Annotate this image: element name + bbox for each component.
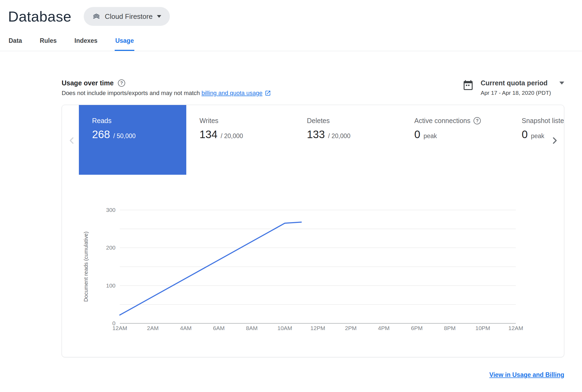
x-tick-label: 12AM: [113, 325, 127, 331]
quota-period-block: Current quota period Apr 17 - Apr 18, 20…: [463, 79, 564, 96]
metric-label: Deletes: [307, 117, 330, 125]
footer: View in Usage and Billing: [62, 371, 564, 379]
usage-chart: 010020030012AM2AM4AM6AM8AM10AM12PM2PM4PM…: [62, 175, 564, 357]
y-tick-label: 200: [106, 244, 115, 251]
metric-tab-reads[interactable]: Reads 268 / 50,000: [79, 105, 186, 175]
x-tick-label: 10AM: [277, 325, 292, 331]
metric-label: Writes: [199, 117, 218, 125]
metric-limit: peak: [531, 132, 544, 140]
external-link-icon: [265, 90, 271, 96]
quota-period-range: Apr 17 - Apr 18, 2020 (PDT): [481, 90, 564, 96]
quota-period-select[interactable]: Current quota period: [481, 79, 564, 87]
usage-line-series: [120, 222, 301, 315]
y-tick-label: 100: [106, 282, 115, 289]
metric-value: 0: [414, 128, 420, 141]
x-tick-label: 4AM: [180, 325, 192, 331]
section-subtitle: Does not include imports/exports and may…: [62, 90, 271, 97]
x-tick-label: 12PM: [310, 325, 325, 331]
page-title: Database: [8, 8, 71, 25]
y-tick-label: 300: [106, 207, 115, 213]
metric-tab-writes[interactable]: Writes 134 / 20,000: [186, 105, 294, 175]
x-tick-label: 12AM: [509, 325, 523, 331]
metric-tab-snapshot-listeners[interactable]: Snapshot listeners 0 peak: [509, 105, 564, 175]
page-header: Database Cloud Firestore: [0, 0, 582, 26]
metric-label: Active connections: [414, 117, 470, 125]
x-tick-label: 6PM: [411, 325, 423, 331]
x-tick-label: 2PM: [345, 325, 357, 331]
tab-bar: Data Rules Indexes Usage: [0, 34, 582, 51]
tab-rules[interactable]: Rules: [39, 34, 57, 51]
x-tick-label: 6AM: [213, 325, 225, 331]
firestore-usage-page: Database Cloud Firestore Data Rules Inde…: [0, 0, 582, 392]
metric-label: Reads: [92, 117, 111, 125]
calendar-icon: [463, 80, 474, 90]
firestore-icon: [92, 12, 100, 20]
tab-usage[interactable]: Usage: [115, 34, 134, 51]
product-selector[interactable]: Cloud Firestore: [84, 7, 170, 26]
metric-limit: peak: [423, 132, 437, 140]
metric-limit: / 50,000: [113, 132, 136, 140]
x-tick-label: 8AM: [246, 325, 258, 331]
x-tick-label: 2AM: [147, 325, 159, 331]
section-title: Usage over time: [62, 79, 114, 87]
x-tick-label: 8PM: [444, 325, 455, 331]
metric-tab-active-connections[interactable]: Active connections ? 0 peak: [401, 105, 509, 175]
metric-value: 134: [199, 128, 218, 141]
usage-title-block: Usage over time ? Does not include impor…: [62, 79, 271, 97]
y-axis-title: Document reads (cumulative): [83, 232, 89, 302]
chevron-down-icon: [559, 82, 564, 85]
help-icon[interactable]: ?: [474, 117, 481, 124]
metric-value: 0: [522, 128, 528, 141]
tab-data[interactable]: Data: [8, 34, 23, 51]
billing-quota-link[interactable]: billing and quota usage: [202, 90, 262, 97]
quota-period-label: Current quota period: [481, 79, 548, 87]
product-selector-label: Cloud Firestore: [105, 12, 153, 21]
metric-value: 133: [307, 128, 325, 141]
subtitle-text: Does not include imports/exports and may…: [62, 90, 200, 97]
help-icon[interactable]: ?: [118, 79, 125, 87]
chevron-left-icon[interactable]: [66, 135, 77, 147]
chevron-down-icon: [157, 15, 161, 18]
usage-section-header: Usage over time ? Does not include impor…: [62, 79, 564, 97]
metric-label: Snapshot listeners: [522, 117, 564, 125]
tab-indexes[interactable]: Indexes: [74, 34, 98, 51]
metric-tab-deletes[interactable]: Deletes 133 / 20,000: [294, 105, 401, 175]
view-usage-billing-link[interactable]: View in Usage and Billing: [489, 371, 564, 378]
metric-tabs: Reads 268 / 50,000 Writes 134 / 20,000 D…: [79, 105, 564, 175]
metric-value: 268: [92, 128, 110, 141]
usage-card: Reads 268 / 50,000 Writes 134 / 20,000 D…: [62, 105, 564, 357]
x-tick-label: 4PM: [378, 325, 390, 331]
metric-limit: / 20,000: [328, 132, 350, 140]
x-tick-label: 10PM: [475, 325, 490, 331]
metric-limit: / 20,000: [221, 132, 243, 140]
